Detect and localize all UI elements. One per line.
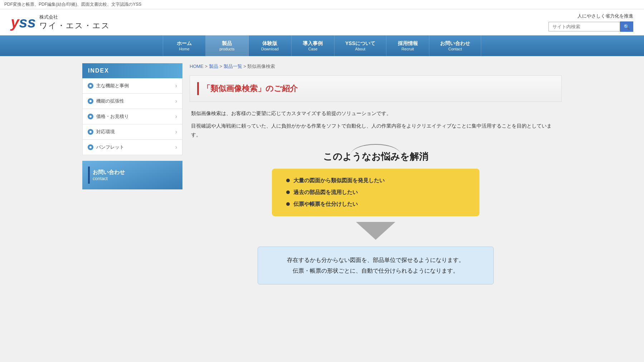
problem-item-1: 過去の部品図を流用したい xyxy=(286,189,465,196)
sidebar-item-left-2: 価格・お見積り xyxy=(88,113,129,120)
breadcrumb-sep2: > xyxy=(218,64,224,69)
company-name: 株式会社 ワイ・エス・エス xyxy=(39,14,110,31)
sidebar-item-label-1: 機能の拡張性 xyxy=(96,98,124,104)
nav-en-4: About xyxy=(345,47,375,51)
problem-text-1: 過去の部品図を流用したい xyxy=(293,189,358,196)
sidebar-item-left-0: 主な機能と事例 xyxy=(88,83,129,89)
bullet-1 xyxy=(286,190,290,194)
sidebar-item-0[interactable]: 主な機能と事例 › xyxy=(82,78,182,94)
desc1: 類似画像検索は、お客様のご要望に応じてカスタマイズする前提のソリューションです。 xyxy=(191,109,560,118)
sidebar-arrow-2: › xyxy=(175,113,177,120)
sidebar-item-label-4: パンフレット xyxy=(96,144,124,150)
sidebar-item-left-4: パンフレット xyxy=(88,144,124,150)
top-bar-text: PDF変換と帳票、PDF編集(結合/印拠)、図面文書比較、文字認識のYSS xyxy=(4,2,141,7)
nav-jp-4: YSSについて xyxy=(345,40,375,47)
nav-jp-2: 体験版 xyxy=(259,40,280,47)
contact-main: お問い合わせ xyxy=(93,169,125,176)
sidebar-item-4[interactable]: パンフレット › xyxy=(82,140,182,155)
contact-sub: contact xyxy=(93,176,125,181)
page-title-bar xyxy=(197,82,199,95)
problem-text-2: 伝票や帳票を仕分けしたい xyxy=(293,201,358,208)
breadcrumb-sep1: > xyxy=(204,64,209,69)
company-kanji: 株式会社 xyxy=(39,14,110,20)
search-input[interactable] xyxy=(548,22,620,31)
contact-text: お問い合わせ contact xyxy=(93,169,125,181)
sidebar-item-3[interactable]: 対応環境 › xyxy=(82,124,182,140)
nav-item-products[interactable]: 製品products xyxy=(206,35,249,56)
bullet-0 xyxy=(286,179,290,182)
down-arrow xyxy=(356,222,395,240)
sidebar-item-left-1: 機能の拡張性 xyxy=(88,98,124,104)
sidebar-arrow-1: › xyxy=(175,98,177,104)
sidebar-circle-icon-4 xyxy=(88,144,93,150)
breadcrumb-home[interactable]: HOME xyxy=(190,64,204,69)
nav-jp-3: 導入事例 xyxy=(302,40,323,47)
sidebar-contact[interactable]: お問い合わせ contact xyxy=(82,161,182,189)
breadcrumb-products[interactable]: 製品 xyxy=(209,64,218,69)
solution-line1: 存在するかも分からない図面を、部品単位で探せるようになります。 xyxy=(287,257,464,263)
problem-item-2: 伝票や帳票を仕分けしたい xyxy=(286,201,465,208)
company-katakana: ワイ・エス・エス xyxy=(39,20,110,31)
nav-jp-0: ホーム xyxy=(174,40,195,47)
breadcrumb-list[interactable]: 製品一覧 xyxy=(224,64,242,69)
sidebar-item-label-2: 価格・お見積り xyxy=(96,113,129,120)
sidebar-item-2[interactable]: 価格・お見積り › xyxy=(82,109,182,124)
logo-area: yss 株式会社 ワイ・エス・エス xyxy=(11,14,110,31)
problem-arc xyxy=(351,144,401,155)
solution-line2: 伝票・帳票の形状ごとに、自動で仕分けられるようになります。 xyxy=(293,268,459,274)
desc2: 目視確認や人海戦術に頼っていた、人に負担がかかる作業をソフトで自動化し、人の作業… xyxy=(191,122,560,139)
sidebar: INDEX 主な機能と事例 › 機能の拡張性 › 価格・お見積り › 対応環境 … xyxy=(82,63,182,292)
breadcrumb-area: HOME > 製品 > 製品一覧 > 類似画像検索 「類似画像検索」のご紹介 類… xyxy=(190,63,562,292)
sidebar-item-label-3: 対応環境 xyxy=(96,129,115,135)
description-area: 類似画像検索は、お客様のご要望に応じてカスタマイズする前提のソリューションです。… xyxy=(190,109,562,140)
content: 「類似画像検索」のご紹介 類似画像検索は、お客様のご要望に応じてカスタマイズする… xyxy=(190,75,562,284)
breadcrumb-current: 類似画像検索 xyxy=(247,64,275,69)
breadcrumb-sep3: > xyxy=(242,64,248,69)
page-title: 「類似画像検索」のご紹介 xyxy=(203,83,298,94)
sidebar-item-left-3: 対応環境 xyxy=(88,129,115,135)
sidebar-item-1[interactable]: 機能の拡張性 › xyxy=(82,94,182,109)
page-title-box: 「類似画像検索」のご紹介 xyxy=(190,75,562,102)
nav-en-6: Contact xyxy=(440,47,470,51)
top-bar: PDF変換と帳票、PDF編集(結合/印拠)、図面文書比較、文字認識のYSS xyxy=(0,0,644,9)
arrow-section xyxy=(190,222,562,241)
nav-item-contact[interactable]: お問い合わせContact xyxy=(429,35,481,56)
sidebar-arrow-3: › xyxy=(175,129,177,135)
solution-text: 存在するかも分からない図面を、部品単位で探せるようになります。 伝票・帳票の形状… xyxy=(269,255,483,277)
nav-jp-1: 製品 xyxy=(216,40,238,47)
search-area: 🔍 xyxy=(548,21,633,32)
problem-text-0: 大量の図面から類似図面を発見したい xyxy=(293,177,385,184)
problem-title-area: このようなお悩みを解消 xyxy=(323,150,428,163)
nav-item-recruit[interactable]: 採用情報Recruit xyxy=(386,35,429,56)
sidebar-items: 主な機能と事例 › 機能の拡張性 › 価格・お見積り › 対応環境 › パンフレ… xyxy=(82,78,182,155)
sidebar-circle-icon-1 xyxy=(88,98,93,104)
sidebar-index: INDEX xyxy=(82,63,182,78)
solution-box: 存在するかも分からない図面を、部品単位で探せるようになります。 伝票・帳票の形状… xyxy=(258,247,494,285)
tagline: 人にやさしく省力化を推進 xyxy=(577,13,633,19)
nav-jp-5: 採用情報 xyxy=(397,40,418,47)
bullet-2 xyxy=(286,202,290,206)
nav-en-5: Recruit xyxy=(397,47,418,51)
problem-section: このようなお悩みを解消 大量の図面から類似図面を発見したい 過去の部品図を流用し… xyxy=(190,150,562,285)
sidebar-circle-icon-2 xyxy=(88,114,93,119)
main-wrapper: INDEX 主な機能と事例 › 機能の拡張性 › 価格・お見積り › 対応環境 … xyxy=(72,56,572,299)
sidebar-arrow-4: › xyxy=(175,144,177,150)
header-right: 人にやさしく省力化を推進 🔍 xyxy=(548,13,633,32)
breadcrumb: HOME > 製品 > 製品一覧 > 類似画像検索 xyxy=(190,63,562,70)
nav-en-1: products xyxy=(216,47,238,51)
sidebar-circle-icon-3 xyxy=(88,129,93,135)
problem-item-0: 大量の図面から類似図面を発見したい xyxy=(286,177,465,184)
nav-item-about[interactable]: YSSについてAbout xyxy=(335,35,386,56)
nav-en-3: Case xyxy=(302,47,323,51)
sidebar-arrow-0: › xyxy=(175,83,177,89)
nav-item-case[interactable]: 導入事例Case xyxy=(292,35,335,56)
contact-blue-bar xyxy=(88,167,90,184)
search-button[interactable]: 🔍 xyxy=(620,21,633,32)
sidebar-circle-icon-0 xyxy=(88,83,93,89)
nav-item-download[interactable]: 体験版Download xyxy=(249,35,292,56)
logo[interactable]: yss xyxy=(11,15,36,30)
problem-box: 大量の図面から類似図面を発見したい 過去の部品図を流用したい 伝票や帳票を仕分け… xyxy=(272,169,479,216)
nav-item-home[interactable]: ホームHome xyxy=(163,35,206,56)
header: yss 株式会社 ワイ・エス・エス 人にやさしく省力化を推進 🔍 xyxy=(0,9,644,35)
sidebar-item-label-0: 主な機能と事例 xyxy=(96,83,129,89)
